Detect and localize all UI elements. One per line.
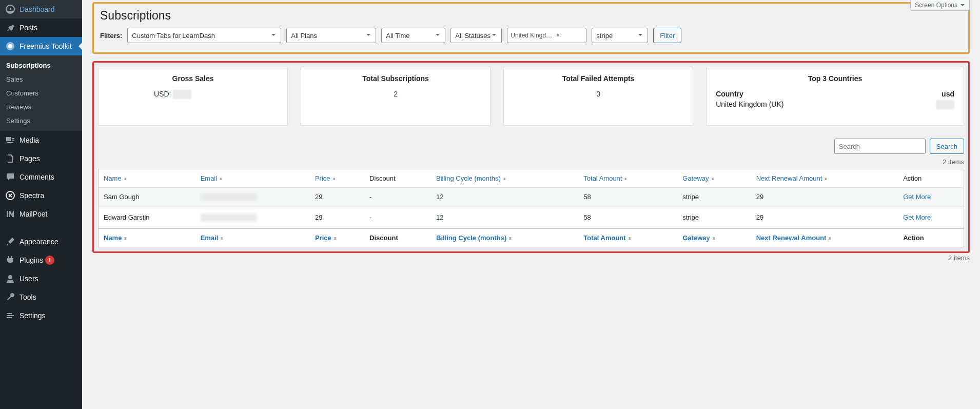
sidebar-item-plugins[interactable]: Plugins 1: [0, 251, 82, 269]
redacted-value: [936, 100, 954, 109]
screen-options-toggle[interactable]: Screen Options: [910, 0, 970, 11]
filter-gateway-select[interactable]: stripe: [592, 28, 648, 43]
cell-total: 58: [578, 208, 677, 229]
stat-title: Total Failed Attempts: [513, 74, 683, 83]
col-name[interactable]: Name▴▾: [99, 229, 195, 247]
comments-icon: [5, 172, 15, 182]
search-button[interactable]: Search: [930, 139, 964, 154]
page-title: Subscriptions: [100, 9, 962, 23]
chevron-down-icon: [365, 32, 371, 38]
stats-row: Gross Sales USD: Total Subscriptions 2 T…: [98, 67, 964, 126]
col-price[interactable]: Price▴▾: [310, 169, 364, 188]
sidebar-item-pages[interactable]: Pages: [0, 149, 82, 168]
submenu-settings[interactable]: Settings: [0, 114, 82, 128]
countries-header: Countryusd: [716, 90, 954, 98]
stat-gross-sales: Gross Sales USD:: [98, 67, 288, 126]
sidebar-item-users[interactable]: Users: [0, 269, 82, 272]
cell-price: 29: [310, 188, 364, 208]
col-renewal[interactable]: Next Renewal Amount▴▾: [751, 169, 898, 188]
sidebar-item-spectra[interactable]: Spectra: [0, 186, 82, 205]
col-total[interactable]: Total Amount▴▾: [578, 229, 677, 247]
table-row: Edward Garstin 29 - 12 58 stripe 29 Get …: [99, 208, 964, 229]
cell-action: Get More: [898, 188, 964, 208]
results-panel: Gross Sales USD: Total Subscriptions 2 T…: [92, 61, 970, 253]
search-input[interactable]: [834, 139, 926, 154]
col-total[interactable]: Total Amount▴▾: [578, 169, 677, 188]
filter-status-select[interactable]: All Statuses: [450, 28, 502, 43]
cell-discount: -: [364, 188, 431, 208]
pin-icon: [5, 23, 15, 33]
main-content: Screen Options Subscriptions Filters: Cu…: [82, 2, 980, 272]
cell-price: 29: [310, 208, 364, 229]
stat-top-countries: Top 3 Countries Countryusd United Kingdo…: [706, 67, 964, 126]
stat-total-subs: Total Subscriptions 2: [301, 67, 491, 126]
sidebar-item-dashboard[interactable]: Dashboard: [0, 0, 82, 18]
col-gateway[interactable]: Gateway▴▾: [677, 229, 751, 247]
filter-country-select[interactable]: United Kingd… ×: [507, 28, 586, 43]
col-action: Action: [898, 229, 964, 247]
col-billing[interactable]: Billing Cycle (months)▴▾: [431, 229, 578, 247]
redacted-email: [201, 213, 257, 222]
sidebar-item-comments[interactable]: Comments: [0, 168, 82, 186]
plugin-icon: [5, 255, 15, 265]
item-count-bottom: 2 items: [92, 254, 970, 262]
col-gateway[interactable]: Gateway▴▾: [677, 169, 751, 188]
mailpoet-icon: [5, 209, 15, 219]
stat-title: Gross Sales: [108, 74, 278, 83]
clear-country-icon[interactable]: ×: [555, 32, 561, 39]
table-header-row: Name▴▾ Email▴▾ Price▴▾ Discount Billing …: [99, 169, 964, 188]
col-email[interactable]: Email▴▾: [195, 229, 310, 247]
chevron-down-icon: [637, 32, 643, 38]
freemius-submenu: Subscriptions Sales Customers Reviews Se…: [0, 55, 82, 131]
sidebar-label: Dashboard: [19, 5, 55, 13]
filter-product-value: Custom Tabs for LearnDash: [132, 32, 215, 40]
stat-failed-attempts: Total Failed Attempts 0: [503, 67, 693, 126]
filter-button[interactable]: Filter: [653, 28, 681, 43]
cell-name: Sam Gough: [99, 188, 195, 208]
get-more-link[interactable]: Get More: [903, 193, 931, 201]
dashboard-icon: [5, 4, 15, 14]
col-email[interactable]: Email▴▾: [195, 169, 310, 188]
cell-action: Get More: [898, 208, 964, 229]
stat-gross-value: USD:: [108, 90, 278, 99]
cell-billing: 12: [431, 188, 578, 208]
submenu-sales[interactable]: Sales: [0, 72, 82, 86]
filter-product-select[interactable]: Custom Tabs for LearnDash: [127, 28, 281, 43]
subscriptions-table: Name▴▾ Email▴▾ Price▴▾ Discount Billing …: [98, 169, 964, 247]
filter-plan-select[interactable]: All Plans: [286, 28, 376, 43]
plugin-update-badge: 1: [45, 256, 54, 265]
sidebar-item-appearance[interactable]: Appearance: [0, 232, 82, 251]
chevron-down-icon: [270, 32, 277, 38]
submenu-subscriptions[interactable]: Subscriptions: [0, 59, 82, 72]
col-price[interactable]: Price▴▾: [310, 229, 364, 247]
admin-sidebar: Dashboard Posts Freemius Toolkit Subscri…: [0, 0, 82, 272]
item-count-top: 2 items: [98, 158, 964, 166]
freemius-icon: [5, 41, 15, 51]
sidebar-label: Spectra: [19, 191, 44, 200]
cell-email: [195, 188, 310, 208]
cell-total: 58: [578, 188, 677, 208]
stat-value: 0: [513, 90, 683, 98]
sidebar-item-posts[interactable]: Posts: [0, 18, 82, 37]
sidebar-label: Appearance: [19, 238, 58, 246]
search-399bar: Search: [98, 139, 964, 154]
filters-panel: Subscriptions Filters: Custom Tabs for L…: [92, 2, 970, 54]
filters-label: Filters:: [100, 32, 122, 40]
col-renewal[interactable]: Next Renewal Amount▴▾: [751, 229, 898, 247]
sidebar-item-freemius[interactable]: Freemius Toolkit: [0, 37, 82, 55]
sidebar-label: Comments: [19, 173, 54, 181]
filter-time-select[interactable]: All Time: [381, 28, 445, 43]
sidebar-item-media[interactable]: Media: [0, 131, 82, 149]
sidebar-item-mailpoet[interactable]: MailPoet: [0, 205, 82, 223]
col-billing[interactable]: Billing Cycle (months)▴▾: [431, 169, 578, 188]
col-name[interactable]: Name▴▾: [99, 169, 195, 188]
get-more-link[interactable]: Get More: [903, 213, 931, 221]
svg-point-1: [8, 44, 12, 48]
col-discount: Discount: [364, 169, 431, 188]
chevron-down-icon: [960, 3, 965, 8]
cell-billing: 12: [431, 208, 578, 229]
cell-name: Edward Garstin: [99, 208, 195, 229]
submenu-customers[interactable]: Customers: [0, 86, 82, 100]
submenu-reviews[interactable]: Reviews: [0, 100, 82, 114]
sidebar-label: MailPoet: [19, 210, 47, 218]
